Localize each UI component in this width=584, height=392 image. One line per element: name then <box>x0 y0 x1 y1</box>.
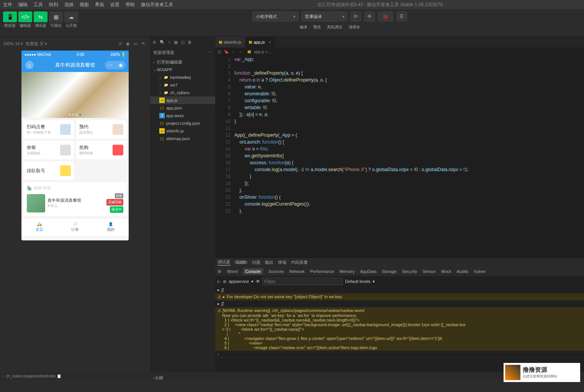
debugger-button[interactable]: ⇆ <box>34 11 47 22</box>
devtools-tab[interactable]: 问题 <box>252 260 260 265</box>
devtools-tab[interactable]: 终端 <box>278 260 286 265</box>
menu-item[interactable]: 编辑 <box>15 2 31 8</box>
phone-title: 真牛和源清真餐馆 <box>55 62 95 69</box>
shop-detail[interactable]: 🏪商家详情 真牛和源清真餐馆¥ 0/人 快捷 店铺导航 营业中 <box>24 182 126 216</box>
inspect-icon[interactable]: ⯐ <box>218 269 222 274</box>
card-flash[interactable]: 抢购限时抢购 <box>76 141 126 159</box>
tab[interactable]: JSsiteinfo.js <box>215 37 245 47</box>
banner[interactable] <box>21 72 129 118</box>
expand-icon[interactable]: ⇱ <box>139 41 147 46</box>
menu-item[interactable]: 工具 <box>31 2 46 8</box>
files-icon[interactable]: 🗎 <box>152 40 157 44</box>
menu-item[interactable]: 界面 <box>92 2 107 8</box>
nav-mine[interactable]: 👤我的 <box>93 219 129 236</box>
menu-item[interactable]: 设置 <box>107 2 123 8</box>
tree-node[interactable]: ›📁zh_cjdianc <box>150 89 215 96</box>
simulator-button[interactable]: 📱 <box>3 11 17 22</box>
editor-button[interactable]: </> <box>18 11 32 22</box>
tree-open-editors[interactable]: ›打开的编辑器 <box>150 58 215 66</box>
devtools-subtab[interactable]: Sensor <box>422 269 436 274</box>
refresh-icon[interactable]: ⟳ <box>116 41 124 46</box>
back-icon[interactable]: ← <box>232 50 236 54</box>
devtools-subtab[interactable]: Security <box>402 269 417 274</box>
more-icon[interactable]: ⋯ <box>208 50 212 55</box>
home-icon[interactable]: ⌂ <box>25 61 34 69</box>
trash-icon[interactable]: 🗑 <box>188 40 192 44</box>
phone-tabbar: 🛵首页 📄订单 👤我的 <box>21 218 129 236</box>
nav-order[interactable]: 📄订单 <box>57 219 93 236</box>
devtools-subtab[interactable]: Network <box>289 269 304 274</box>
devtools-subtab[interactable]: Sources <box>268 269 284 274</box>
devtools-subtab[interactable]: AppData <box>360 269 376 274</box>
nav-home[interactable]: 🛵首页 <box>21 219 57 236</box>
filter-input[interactable] <box>262 278 343 285</box>
devtools-subtab[interactable]: Mock <box>441 269 451 274</box>
tree-node[interactable]: ∃app.wxss <box>150 112 215 119</box>
tree-node[interactable]: JSsiteinfo.js <box>150 127 215 135</box>
capsule-button[interactable]: ⋯◉ <box>105 61 126 69</box>
hot-reload[interactable]: 热重载 关 <box>26 41 44 47</box>
clear-icon[interactable]: ⊘ <box>223 279 226 284</box>
eye-icon[interactable]: 👁 <box>256 279 260 284</box>
mode-select[interactable]: 小程序模式 <box>252 11 298 21</box>
phone-statusbar: ●●●●● WeChat0:00100% 🔋 <box>21 51 129 58</box>
card-queue[interactable]: 排队取号 <box>24 162 74 180</box>
cloud-button[interactable]: ☁ <box>64 11 78 22</box>
bug-button[interactable]: 🐞 <box>378 11 393 21</box>
devtools-subtab[interactable]: Wxml <box>227 269 238 274</box>
menu-item[interactable]: 选择 <box>61 2 77 8</box>
tab[interactable]: JSapp.js× <box>245 37 275 47</box>
devtools-subtab[interactable]: Storage <box>382 269 397 274</box>
menu-item[interactable]: 视图 <box>77 2 92 8</box>
outline-title[interactable]: 大纲 <box>155 375 163 381</box>
menu-item[interactable]: 文件 <box>0 2 15 8</box>
breadcrumb[interactable]: app.js > ... <box>254 50 272 54</box>
tree-node[interactable]: { }sitemap.json <box>150 135 215 142</box>
tree-node[interactable]: ›📁we7 <box>150 81 215 89</box>
tree-node[interactable]: ›📁hanfeiwlkej <box>150 74 215 81</box>
devtools-subtab[interactable]: Memory <box>340 269 355 274</box>
card-scan[interactable]: 扫码点餐扫一扫轻松下单 <box>24 120 74 139</box>
context-select[interactable]: appservice <box>229 279 249 284</box>
tree-root[interactable]: ⌄WXAPP <box>150 66 215 74</box>
compile-select[interactable]: 普通编译 <box>301 11 347 21</box>
devtools-subtab[interactable]: Console <box>243 268 263 274</box>
tree-node[interactable]: { }app.json <box>150 104 215 112</box>
console-output[interactable]: ▸[] ⚠▸For developer:Do not set same key … <box>215 287 584 372</box>
devtools-tab[interactable]: 代码质量 <box>291 260 308 265</box>
zoom-select[interactable]: 100% 16 <box>3 41 20 46</box>
grid-icon[interactable]: ▦ <box>174 40 178 45</box>
levels-select[interactable]: Default levels <box>345 279 370 284</box>
devtools-tab[interactable]: 输出 <box>265 260 273 265</box>
ext-icon[interactable]: ◫ <box>181 40 185 45</box>
record-icon[interactable]: ◉ <box>124 41 132 46</box>
devtools: 调试器 1,156 问题 输出 终端 代码质量 ⯐WxmlConsoleSour… <box>215 257 584 372</box>
card-cashier[interactable]: 收银当面收款 <box>24 141 74 159</box>
bookmark-icon[interactable]: 🔖 <box>224 50 229 54</box>
search-icon[interactable]: 🔍 <box>160 40 165 45</box>
device-icon[interactable]: ▭ <box>132 41 139 46</box>
visual-button[interactable]: ▦ <box>49 11 63 22</box>
tree-node[interactable]: { }project.config.json <box>150 119 215 127</box>
branch-icon[interactable]: ⑂ <box>168 40 171 44</box>
watermark-logo <box>505 365 520 380</box>
tree-node[interactable]: JSapp.js <box>150 96 215 104</box>
devtools-subtab[interactable]: Vulner <box>474 269 486 274</box>
layers-button[interactable]: ☰ <box>396 11 407 21</box>
refresh-button[interactable]: ⟳ <box>350 11 361 21</box>
menu-item[interactable]: 转到 <box>46 2 61 8</box>
devtools-tab[interactable]: 调试器 <box>218 259 230 266</box>
code-editor[interactable]: 1234567891011121314151617181920212223 va… <box>215 56 584 257</box>
devtools-subtab[interactable]: Audits <box>457 269 469 274</box>
split-icon[interactable]: ◫ <box>218 50 221 54</box>
card-reserve[interactable]: 预约提前预定 <box>76 120 126 139</box>
menu-item[interactable]: 微信开发者工具 <box>138 2 176 8</box>
close-icon[interactable]: × <box>269 40 271 44</box>
eye-button[interactable]: 👁 <box>364 11 375 21</box>
menu-item[interactable]: 帮助 <box>123 2 138 8</box>
play-icon[interactable]: ▷ <box>218 279 221 284</box>
shop-thumb <box>27 194 45 212</box>
forward-icon[interactable]: → <box>239 50 242 54</box>
devtools-subtab[interactable]: Performance <box>310 269 334 274</box>
label: 编辑器 <box>20 23 31 28</box>
